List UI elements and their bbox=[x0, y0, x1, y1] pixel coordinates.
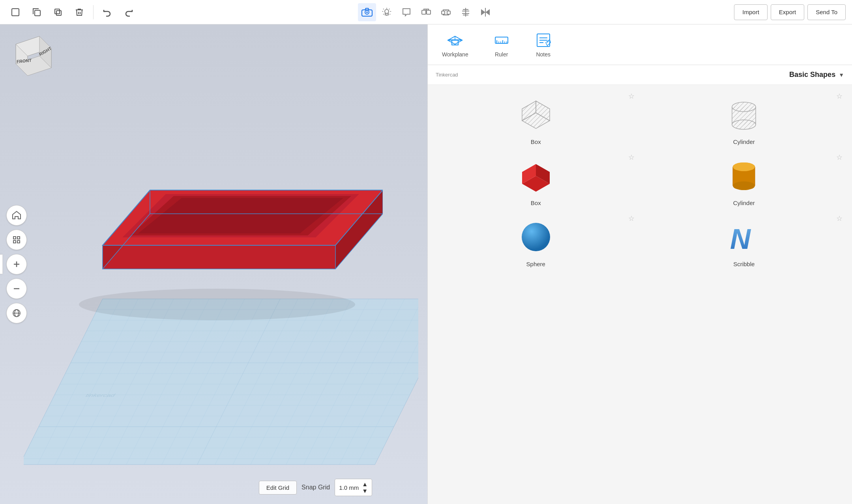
category-name: Basic Shapes bbox=[789, 71, 835, 79]
blue-sphere-preview bbox=[512, 217, 560, 257]
notes-icon bbox=[535, 32, 552, 49]
fit-view-button[interactable] bbox=[6, 230, 27, 250]
scribble-label: Scribble bbox=[733, 261, 755, 267]
edit-grid-button[interactable]: Edit Grid bbox=[259, 481, 297, 495]
svg-rect-3 bbox=[56, 11, 61, 15]
orange-cylinder-preview bbox=[720, 156, 768, 196]
shape-ghost-box[interactable]: ☆ bbox=[432, 89, 640, 150]
copy-button[interactable] bbox=[28, 3, 46, 21]
ungroup-button[interactable] bbox=[437, 3, 455, 21]
category-dropdown-icon: ▼ bbox=[839, 72, 844, 78]
svg-marker-13 bbox=[486, 10, 489, 15]
canvas-area[interactable]: tinkercad bbox=[0, 24, 427, 504]
svg-point-7 bbox=[385, 9, 389, 13]
notes-label: Notes bbox=[536, 51, 551, 58]
svg-rect-80 bbox=[17, 241, 20, 243]
category-brand: Tinkercad bbox=[436, 72, 458, 78]
collapse-panel-button[interactable]: › bbox=[0, 254, 3, 274]
workplane-tab[interactable]: Workplane bbox=[436, 28, 475, 61]
svg-rect-78 bbox=[17, 237, 20, 239]
home-button[interactable] bbox=[6, 205, 27, 226]
svg-point-122 bbox=[733, 181, 755, 190]
orange-cylinder-label: Cylinder bbox=[733, 200, 755, 206]
svg-rect-8 bbox=[422, 10, 426, 14]
delete-button[interactable] bbox=[70, 3, 88, 21]
blue-sphere-label: Sphere bbox=[526, 261, 545, 267]
ghost-box-label: Box bbox=[531, 138, 541, 145]
left-controls bbox=[6, 205, 27, 323]
favorite-red-box-icon[interactable]: ☆ bbox=[628, 153, 635, 162]
3d-tray-object[interactable] bbox=[59, 80, 383, 332]
ghost-box-preview bbox=[512, 95, 560, 134]
snap-controls: Edit Grid Snap Grid 1.0 mm ▲▼ bbox=[259, 479, 372, 496]
light-button[interactable] bbox=[378, 3, 396, 21]
shape-blue-sphere[interactable]: ☆ Sphere bbox=[432, 211, 640, 272]
zoom-in-button[interactable] bbox=[6, 254, 27, 274]
center-toolbar-group bbox=[358, 3, 494, 21]
red-box-label: Box bbox=[531, 200, 541, 206]
divider-1 bbox=[93, 5, 94, 19]
svg-rect-79 bbox=[13, 241, 16, 243]
redo-button[interactable] bbox=[120, 3, 138, 21]
favorite-ghost-box-icon[interactable]: ☆ bbox=[628, 92, 635, 101]
svg-point-124 bbox=[522, 223, 550, 251]
ghost-cylinder-label: Cylinder bbox=[733, 138, 755, 145]
zoom-out-button[interactable] bbox=[6, 278, 27, 299]
shape-scribble[interactable]: ☆ N Scribbl bbox=[640, 211, 848, 272]
workplane-icon bbox=[446, 32, 464, 49]
favorite-ghost-cylinder-icon[interactable]: ☆ bbox=[836, 92, 843, 101]
camera-button[interactable] bbox=[358, 3, 376, 21]
import-button[interactable]: Import bbox=[734, 4, 768, 20]
category-dropdown[interactable]: Basic Shapes ▼ bbox=[789, 71, 844, 79]
duplicate-button[interactable] bbox=[49, 3, 67, 21]
snap-value-selector[interactable]: 1.0 mm ▲▼ bbox=[335, 479, 372, 496]
svg-text:tinkercad: tinkercad bbox=[85, 393, 116, 398]
svg-rect-77 bbox=[13, 237, 16, 239]
main-area: tinkercad bbox=[0, 24, 852, 504]
ghost-cylinder-preview bbox=[720, 95, 768, 134]
shapes-section[interactable]: ☆ bbox=[428, 85, 852, 504]
shape-orange-cylinder[interactable]: ☆ Cylinder bbox=[640, 150, 848, 211]
group-button[interactable] bbox=[417, 3, 435, 21]
favorite-orange-cylinder-icon[interactable]: ☆ bbox=[836, 153, 843, 162]
ruler-label: Ruler bbox=[495, 51, 508, 58]
favorite-scribble-icon[interactable]: ☆ bbox=[836, 214, 843, 223]
svg-rect-1 bbox=[35, 10, 40, 16]
notes-tab[interactable]: Notes bbox=[528, 28, 558, 61]
view-cube[interactable]: FRONT RIGHT bbox=[8, 32, 59, 85]
svg-rect-0 bbox=[12, 9, 19, 16]
snap-grid-label: Snap Grid bbox=[301, 484, 330, 491]
ruler-tab[interactable]: Ruler bbox=[487, 28, 517, 61]
align-button[interactable] bbox=[457, 3, 475, 21]
perspective-button[interactable] bbox=[6, 303, 27, 323]
shape-ghost-cylinder[interactable]: ☆ bbox=[640, 89, 848, 150]
export-button[interactable]: Export bbox=[771, 4, 804, 20]
snap-dropdown-icon: ▲▼ bbox=[362, 481, 368, 494]
top-toolbar: Import Export Send To bbox=[0, 0, 852, 24]
workplane-label: Workplane bbox=[442, 51, 468, 58]
shapes-grid: ☆ bbox=[428, 85, 852, 276]
undo-button[interactable] bbox=[98, 3, 116, 21]
snap-value: 1.0 mm bbox=[339, 484, 359, 491]
right-panel: Workplane Ruler bbox=[427, 24, 852, 504]
panel-top-bar: Workplane Ruler bbox=[428, 24, 852, 65]
red-box-preview bbox=[512, 156, 560, 196]
category-bar: Tinkercad Basic Shapes ▼ bbox=[428, 65, 852, 85]
svg-point-123 bbox=[733, 162, 755, 171]
svg-rect-2 bbox=[55, 9, 60, 14]
svg-marker-12 bbox=[481, 10, 485, 15]
favorite-blue-sphere-icon[interactable]: ☆ bbox=[628, 214, 635, 223]
mirror-button[interactable] bbox=[476, 3, 494, 21]
shape-red-box[interactable]: ☆ Box bbox=[432, 150, 640, 211]
scribble-preview: N bbox=[720, 217, 768, 257]
svg-point-5 bbox=[366, 11, 368, 13]
svg-point-114 bbox=[732, 120, 756, 129]
svg-point-55 bbox=[79, 289, 355, 320]
ruler-icon bbox=[493, 32, 510, 49]
svg-rect-10 bbox=[442, 11, 445, 14]
chat-button[interactable] bbox=[397, 3, 416, 21]
svg-text:N: N bbox=[730, 223, 751, 255]
new-button[interactable] bbox=[6, 3, 24, 21]
svg-rect-11 bbox=[447, 11, 450, 14]
send-to-button[interactable]: Send To bbox=[807, 4, 846, 20]
